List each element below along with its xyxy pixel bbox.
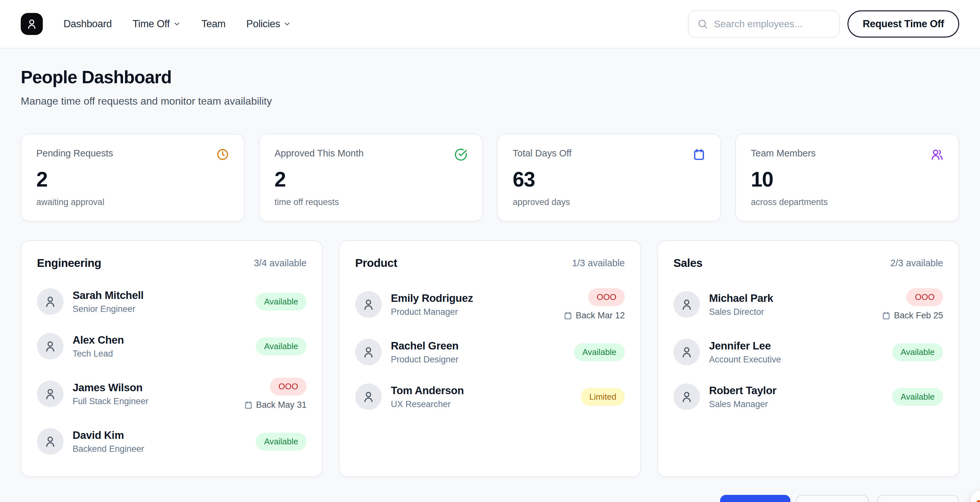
member-row-emily-rodriguez: Emily Rodriguez Product Manager OOO Back… <box>355 288 625 321</box>
stat-label: Approved This Month <box>275 148 364 159</box>
status-badge: OOO <box>270 378 307 396</box>
user-icon <box>44 388 57 400</box>
dept-card-engineering: Engineering 3/4 available Sarah Mitchell… <box>21 240 323 477</box>
user-icon <box>362 390 375 403</box>
dept-name: Sales <box>673 256 703 270</box>
status-badge: Available <box>892 343 943 361</box>
user-icon <box>26 18 38 30</box>
avatar <box>355 291 382 318</box>
avatar <box>355 383 382 410</box>
stat-card-approved-this-month: Approved This Month 2 time off requests <box>259 134 483 222</box>
user-icon <box>362 346 375 359</box>
search-box <box>688 10 840 38</box>
status-badge: OOO <box>588 288 625 306</box>
stat-value: 63 <box>513 167 705 191</box>
stat-sublabel: awaiting approval <box>36 197 229 207</box>
nav-time-off-label: Time Off <box>132 18 170 30</box>
search-input[interactable] <box>714 19 839 29</box>
calendar-icon <box>692 148 705 161</box>
main-nav: Dashboard Time Off Team Policies <box>64 18 291 30</box>
user-icon <box>680 390 693 403</box>
departments-row: Engineering 3/4 available Sarah Mitchell… <box>21 240 959 477</box>
chevron-down-icon <box>283 20 291 28</box>
primary-action-button-cutoff[interactable] <box>720 495 791 502</box>
stat-card-pending-requests: Pending Requests 2 awaiting approval <box>21 134 245 222</box>
stat-sublabel: across departments <box>751 197 944 207</box>
member-name: Tom Anderson <box>391 384 464 397</box>
member-name: David Kim <box>73 429 144 442</box>
member-role: Sales Manager <box>709 399 776 409</box>
back-date-label: Back Mar 12 <box>576 311 625 321</box>
nav-time-off[interactable]: Time Off <box>132 18 181 30</box>
back-date-label: Back May 31 <box>256 400 307 410</box>
member-role: Senior Engineer <box>73 304 143 314</box>
back-date-label: Back Feb 25 <box>894 311 943 321</box>
back-date: Back Mar 12 <box>563 311 625 321</box>
nav-dashboard[interactable]: Dashboard <box>64 18 112 30</box>
secondary-action-button-cutoff[interactable] <box>796 495 869 502</box>
user-icon <box>44 295 57 308</box>
app-logo[interactable] <box>21 13 43 35</box>
tertiary-action-button-cutoff[interactable] <box>877 495 959 502</box>
nav-team-label: Team <box>202 18 226 30</box>
status-badge: Limited <box>581 388 625 406</box>
user-icon <box>44 340 57 353</box>
stat-value: 10 <box>751 167 944 191</box>
stats-row: Pending Requests 2 awaiting approval App… <box>21 134 959 222</box>
avatar <box>355 339 382 365</box>
member-row-rachel-green: Rachel Green Product Designer Available <box>355 339 625 365</box>
member-role: Tech Lead <box>73 349 124 359</box>
nav-policies-label: Policies <box>246 18 280 30</box>
member-name: Robert Taylor <box>709 384 776 397</box>
stat-card-total-days-off: Total Days Off 63 approved days <box>497 134 721 222</box>
member-name: Jennifer Lee <box>709 340 781 352</box>
corner-widget-cutoff[interactable] <box>971 491 980 502</box>
member-role: Backend Engineer <box>73 444 144 454</box>
member-role: Sales Director <box>709 307 773 317</box>
notification-dot <box>977 500 980 502</box>
user-icon <box>680 298 693 311</box>
member-name: Alex Chen <box>73 334 124 346</box>
member-name: Sarah Mitchell <box>73 289 143 302</box>
dept-name: Product <box>355 256 397 270</box>
nav-team[interactable]: Team <box>202 18 226 30</box>
member-name: James Wilson <box>73 381 148 394</box>
stat-value: 2 <box>36 167 229 191</box>
search-icon <box>697 19 708 29</box>
user-icon <box>44 435 57 448</box>
member-row-alex-chen: Alex Chen Tech Lead Available <box>37 333 307 359</box>
calendar-icon <box>882 311 891 320</box>
main-content: People Dashboard Manage time off request… <box>0 49 980 477</box>
back-date: Back Feb 25 <box>882 311 943 321</box>
member-role: Product Designer <box>391 355 458 365</box>
dept-availability: 1/3 available <box>572 258 625 268</box>
avatar <box>673 291 700 318</box>
stat-value: 2 <box>275 167 467 191</box>
member-role: Account Executive <box>709 355 781 365</box>
member-role: UX Researcher <box>391 399 464 409</box>
calendar-icon <box>563 311 572 320</box>
member-role: Full Stack Engineer <box>73 396 148 407</box>
top-nav-bar: Dashboard Time Off Team Policies Request… <box>0 0 980 49</box>
dept-card-product: Product 1/3 available Emily Rodriguez Pr… <box>339 240 641 477</box>
avatar <box>37 381 64 407</box>
member-row-michael-park: Michael Park Sales Director OOO Back Feb… <box>673 288 943 321</box>
dept-card-sales: Sales 2/3 available Michael Park Sales D… <box>657 240 959 477</box>
stat-sublabel: approved days <box>513 197 705 207</box>
avatar <box>673 383 700 410</box>
nav-policies[interactable]: Policies <box>246 18 291 30</box>
user-icon <box>362 298 375 311</box>
avatar <box>37 428 64 455</box>
status-badge: Available <box>256 337 307 355</box>
dept-availability: 2/3 available <box>890 258 943 268</box>
users-icon <box>931 148 944 161</box>
member-row-david-kim: David Kim Backend Engineer Available <box>37 428 307 455</box>
page-title: People Dashboard <box>21 67 959 87</box>
request-time-off-button[interactable]: Request Time Off <box>848 10 959 38</box>
avatar <box>673 339 700 365</box>
member-row-robert-taylor: Robert Taylor Sales Manager Available <box>673 383 943 410</box>
clock-icon <box>216 148 229 161</box>
member-row-sarah-mitchell: Sarah Mitchell Senior Engineer Available <box>37 288 307 315</box>
calendar-icon <box>244 400 253 409</box>
member-name: Emily Rodriguez <box>391 292 473 305</box>
